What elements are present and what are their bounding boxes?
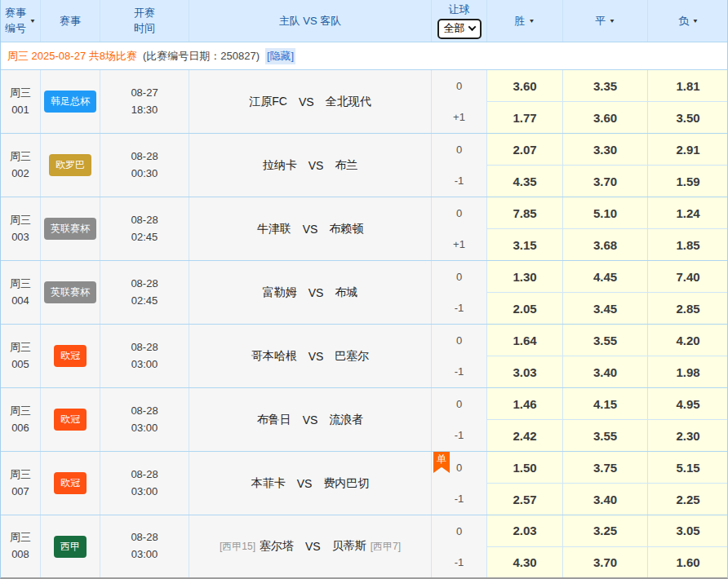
match-number-cell: 周三006 [1,388,41,451]
handicap-value-line2: -1 [432,166,486,197]
odds-cell-draw-line2[interactable]: 3.60 [563,102,647,133]
odds-cell-draw-line1[interactable]: 3.30 [563,134,647,166]
handicap-value-line2: -1 [432,356,486,388]
odds-cell-draw-line1[interactable]: 3.25 [563,515,647,547]
header-win-sort[interactable]: 胜 ▼ [487,0,563,42]
odds-cell-lose-line1[interactable]: 7.40 [648,261,728,293]
odds-cell-win-line1[interactable]: 1.46 [487,388,562,420]
away-rank-tag: [西甲7] [371,540,401,554]
header-start-time: 开赛 时间 [100,0,189,42]
hide-link[interactable]: [隐藏] [265,48,295,64]
odds-cell-win-line1[interactable]: 2.03 [487,515,562,547]
sort-arrow-icon: ▼ [29,17,36,24]
lose-odds-column: 4.952.30 [648,388,728,451]
sort-arrow-icon: ▼ [692,17,699,24]
handicap-cell: 0-1 [432,388,487,451]
odds-cell-draw-line2[interactable]: 3.55 [563,420,647,451]
match-id-note: (比赛编号日期：250827) [143,49,260,64]
odds-cell-draw-line1[interactable]: 3.55 [563,325,647,356]
odds-cell-win-line2[interactable]: 2.05 [487,293,562,324]
odds-cell-win-line2[interactable]: 2.57 [487,484,562,515]
league-badge: 欧冠 [54,409,87,431]
odds-cell-lose-line2[interactable]: 2.85 [648,293,728,324]
start-time-cell: 08-2803:00 [100,452,189,515]
home-team-name: 布鲁日 [257,413,291,427]
odds-cell-draw-line1[interactable]: 3.35 [563,70,647,102]
teams-cell: 富勒姆VS布城 [189,261,432,324]
home-rank-tag: [西甲15] [220,540,255,554]
header-start-time-label: 开赛 时间 [134,6,155,37]
odds-cell-lose-line2[interactable]: 1.59 [648,166,728,197]
odds-cell-win-line1[interactable]: 3.60 [487,70,562,102]
odds-cell-lose-line2[interactable]: 1.98 [648,356,728,387]
header-lose-sort[interactable]: 负 ▼ [648,0,728,42]
odds-cell-win-line2[interactable]: 3.15 [487,229,562,260]
teams-cell: 江原FCVS全北现代 [189,70,432,133]
away-team-name: 布赖顿 [329,222,363,236]
odds-cell-win-line1[interactable]: 1.64 [487,325,562,356]
odds-cell-draw-line2[interactable]: 3.40 [563,356,647,387]
match-number-label: 001 [11,102,29,119]
league-badge: 西甲 [54,536,87,558]
odds-cell-win-line1[interactable]: 1.50 [487,452,562,484]
match-number-label: 005 [11,356,29,373]
odds-cell-win-line1[interactable]: 1.30 [487,261,562,293]
odds-cell-draw-line1[interactable]: 3.75 [563,452,647,484]
odds-table: 赛事 编号 ▼ 赛事 开赛 时间 主队 VS 客队 让球 全部 胜 ▼ 平 ▼ [0,0,728,579]
odds-cell-lose-line2[interactable]: 1.60 [648,547,728,578]
odds-cell-lose-line1[interactable]: 4.20 [648,325,728,356]
away-team-name: 流浪者 [329,413,363,427]
odds-cell-draw-line2[interactable]: 3.45 [563,293,647,324]
odds-cell-draw-line1[interactable]: 4.45 [563,261,647,293]
odds-cell-draw-line2[interactable]: 3.70 [563,547,647,578]
win-odds-column: 2.074.35 [487,134,563,197]
odds-cell-win-line2[interactable]: 4.30 [487,547,562,578]
odds-cell-lose-line1[interactable]: 3.05 [648,515,728,547]
odds-cell-draw-line2[interactable]: 3.40 [563,484,647,515]
header-handicap: 让球 全部 [432,0,487,42]
odds-cell-win-line2[interactable]: 2.42 [487,420,562,451]
odds-cell-win-line1[interactable]: 2.07 [487,134,562,166]
odds-cell-lose-line1[interactable]: 4.95 [648,388,728,420]
odds-cell-lose-line1[interactable]: 1.24 [648,197,728,229]
header-draw-sort[interactable]: 平 ▼ [563,0,648,42]
odds-cell-draw-line2[interactable]: 3.68 [563,229,647,260]
home-team-name: 牛津联 [257,222,291,236]
odds-cell-lose-line1[interactable]: 1.81 [648,70,728,102]
odds-cell-draw-line1[interactable]: 5.10 [563,197,647,229]
odds-cell-lose-line2[interactable]: 2.30 [648,420,728,451]
odds-cell-win-line2[interactable]: 4.35 [487,166,562,197]
match-number-cell: 周三005 [1,325,41,387]
odds-cell-win-line2[interactable]: 3.03 [487,356,562,387]
home-team-name: 富勒姆 [263,285,297,300]
odds-cell-draw-line1[interactable]: 4.15 [563,388,647,420]
header-teams: 主队 VS 客队 [189,0,432,42]
win-odds-column: 1.643.03 [487,325,563,387]
odds-cell-lose-line1[interactable]: 2.91 [648,134,728,166]
league-cell: 英联赛杯 [41,261,100,324]
odds-cell-lose-line2[interactable]: 2.25 [648,484,728,515]
start-time-cell: 08-2718:30 [100,70,189,133]
handicap-value-line2: -1 [432,420,486,452]
league-badge: 欧罗巴 [49,154,91,176]
odds-cell-draw-line2[interactable]: 3.70 [563,166,647,197]
odds-cell-lose-line2[interactable]: 1.85 [648,229,728,260]
header-match-number-sort[interactable]: 赛事 编号 ▼ [1,0,41,42]
draw-odds-column: 5.103.68 [563,197,648,260]
date-label: 08-28 [131,212,158,229]
handicap-value-line2: -1 [432,546,486,577]
draw-odds-column: 3.303.70 [563,134,648,197]
match-row: 周三004英联赛杯08-2802:45富勒姆VS布城0-11.302.054.4… [1,261,727,325]
handicap-cell: 0+1 [432,70,487,133]
date-label: 08-28 [131,466,158,484]
handicap-value-line1: 0 [432,197,486,229]
odds-cell-lose-line2[interactable]: 3.50 [648,102,728,133]
match-number-label: 004 [11,293,29,310]
weekday-label: 周三 [10,85,31,102]
draw-odds-column: 3.753.40 [563,452,648,515]
match-number-cell: 周三008 [1,515,41,577]
handicap-filter-select[interactable]: 全部 [437,19,482,39]
odds-cell-lose-line1[interactable]: 5.15 [648,452,728,484]
odds-cell-win-line2[interactable]: 1.77 [487,102,562,133]
odds-cell-win-line1[interactable]: 7.85 [487,197,562,229]
